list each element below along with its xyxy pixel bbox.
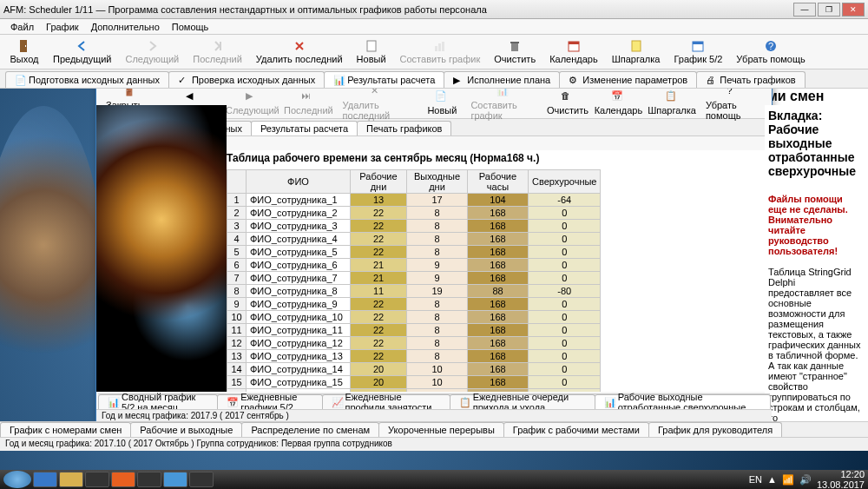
table-row[interactable]: 11ФИО_сотрудника_112281680 [227, 324, 601, 337]
child-last[interactable]: ⏭Последний [282, 89, 334, 117]
mtab1[interactable]: График с номерами смен [0, 422, 131, 437]
clock-date[interactable]: 13.08.2017 [817, 479, 865, 489]
system-tray[interactable]: EN ▲ 📶 🔊 12:20 13.08.2017 [749, 469, 865, 489]
svg-rect-4 [438, 43, 441, 51]
btab5[interactable]: 📊Рабочие выходные отработанные сверхуроч… [595, 394, 771, 409]
tab-print[interactable]: 🖨Печать графиков [696, 71, 805, 88]
mtab6[interactable]: График для руководителя [648, 422, 782, 437]
sound-icon[interactable]: 🔊 [799, 474, 812, 486]
cheat-button[interactable]: Шпаргалка [606, 37, 667, 66]
child-build[interactable]: 📊Составить график [464, 89, 542, 122]
side-warn1: Файлы помощи еще не сделаны. [768, 194, 864, 215]
child-cal[interactable]: 📅Календарь [593, 89, 645, 117]
table-row[interactable]: 1ФИО_сотрудника_11317104-64 [227, 194, 601, 207]
table-row[interactable]: 9ФИО_сотрудника_92281680 [227, 298, 601, 311]
task-app2[interactable] [163, 472, 187, 487]
result-icon: 📊 [333, 75, 344, 85]
maximize-button[interactable]: ❐ [818, 3, 840, 17]
svg-rect-3 [435, 46, 437, 51]
flag-icon[interactable]: ▲ [767, 474, 777, 485]
doc-icon: 📄 [15, 75, 25, 85]
next-button[interactable]: Следующий [119, 37, 185, 66]
mtab3[interactable]: Распределение по сменам [241, 422, 379, 437]
btab4[interactable]: 📋Ежедневные очереди прихода и ухода [450, 394, 595, 409]
child-clear[interactable]: 🗑Очистить [544, 89, 590, 117]
note-icon [629, 39, 643, 53]
table-panel: Таблица рабочего времени за сентябрь мес… [227, 150, 765, 392]
svg-rect-10 [632, 41, 641, 51]
task-app1[interactable] [137, 472, 161, 487]
lang-indicator[interactable]: EN [749, 474, 762, 485]
child-new[interactable]: 📄Новый [421, 89, 463, 117]
menu-help[interactable]: Помощь [167, 21, 214, 32]
table-row[interactable]: 6ФИО_сотрудника_62191680 [227, 259, 601, 272]
col-hours: Рабочие часы [468, 170, 529, 194]
menu-graph[interactable]: График [41, 21, 84, 32]
new-button[interactable]: Новый [351, 37, 392, 66]
task-firefox[interactable] [111, 472, 135, 487]
arrow-left-icon: ◀ [186, 90, 200, 104]
clear-button[interactable]: Очистить [488, 37, 542, 66]
play-icon: ▶ [453, 75, 464, 85]
child-cheat[interactable]: 📋Шпаргалка [646, 89, 698, 117]
delete-last-button[interactable]: Удалить последний [250, 37, 349, 66]
child-next[interactable]: ▶Следующий [225, 89, 281, 117]
table-row[interactable]: 7ФИО_сотрудника_72191680 [227, 272, 601, 285]
clock-time[interactable]: 12:20 [817, 469, 865, 479]
calendar-button[interactable]: Календарь [543, 37, 604, 66]
chart-icon [433, 39, 447, 53]
svg-rect-9 [569, 42, 579, 44]
table-row[interactable]: 8ФИО_сотрудника_8111988-80 [227, 285, 601, 298]
svg-text:?: ? [768, 41, 773, 51]
task-chrome[interactable] [85, 472, 109, 487]
col-off: Выходные дни [407, 170, 468, 194]
last-button[interactable]: Последний [187, 37, 248, 66]
table-row[interactable]: 12ФИО_сотрудника_122281680 [227, 337, 601, 350]
mtab4[interactable]: Укороченные перерывы [378, 422, 504, 437]
build-button[interactable]: Составить график [394, 37, 487, 66]
calendar-icon [567, 39, 581, 53]
table-row[interactable]: 15ФИО_сотрудника_1520101680 [227, 376, 601, 389]
start-button[interactable] [3, 471, 31, 488]
network-icon[interactable]: 📶 [782, 474, 794, 486]
tab-check[interactable]: ✓Проверка исходных данных [168, 71, 325, 88]
minimize-button[interactable]: — [793, 3, 816, 17]
table-title: Таблица рабочего времени за сентябрь мес… [227, 150, 765, 166]
hide-icon: ? [727, 89, 740, 99]
task-explorer[interactable] [59, 472, 83, 487]
hidehelp-button[interactable]: ?Убрать помощь [730, 37, 811, 66]
exit-button[interactable]: Выход [3, 37, 45, 66]
task-app3[interactable] [189, 472, 214, 487]
side-warn2: Внимательно читайте руководство пользова… [768, 215, 864, 256]
child-dellast[interactable]: ✕Удалить последний [337, 89, 420, 122]
table-row[interactable]: 5ФИО_сотрудника_52281680 [227, 246, 601, 259]
window-buttons: — ❐ ✕ [793, 3, 865, 17]
tab-execute[interactable]: ▶Исполнение плана [444, 71, 560, 88]
arrow-left-icon [76, 39, 89, 53]
child-hide[interactable]: ?Убрать помощь [700, 89, 768, 122]
table-row[interactable]: 3ФИО_сотрудника_32281680 [227, 220, 601, 233]
table-row[interactable]: 14ФИО_сотрудника_1420101680 [227, 363, 601, 376]
tab-prepare[interactable]: 📄Подготовка исходных данных [5, 71, 169, 88]
mtab2[interactable]: Рабочие и выходные [130, 422, 242, 437]
table-row[interactable]: 10ФИО_сотрудника_102281680 [227, 311, 601, 324]
tab-results[interactable]: 📊Результаты расчета [324, 71, 444, 88]
tab-params[interactable]: ⚙Изменение параметров [559, 71, 697, 88]
prev-button[interactable]: Предыдущий [47, 37, 117, 66]
child-window: Составление графика работы 5/2 или 5/(во… [95, 89, 773, 424]
child-tab2[interactable]: Результаты расчета [251, 121, 358, 135]
table-row[interactable]: 13ФИО_сотрудника_132281680 [227, 350, 601, 363]
g52-button[interactable]: График 5/2 [667, 37, 728, 66]
table-row[interactable]: 2ФИО_сотрудника_22281680 [227, 207, 601, 220]
task-ie[interactable] [33, 472, 57, 487]
menu-extra[interactable]: Дополнительно [86, 21, 165, 32]
btab3[interactable]: 📈Ежедневные профили занятости [322, 394, 450, 409]
mtab5[interactable]: График с рабочими местами [503, 422, 649, 437]
close-button[interactable]: ✕ [842, 3, 865, 17]
child-tab3[interactable]: Печать графиков [357, 121, 451, 135]
btab1[interactable]: 📊Сводный график 5/2 на месяц [98, 394, 218, 409]
worktime-table[interactable]: ФИО Рабочие дни Выходные дни Рабочие час… [227, 169, 601, 392]
menu-file[interactable]: Файл [5, 21, 39, 32]
table-row[interactable]: 4ФИО_сотрудника_42281680 [227, 233, 601, 246]
btab2[interactable]: 📅Ежедневные графики 5/2 [217, 394, 322, 409]
